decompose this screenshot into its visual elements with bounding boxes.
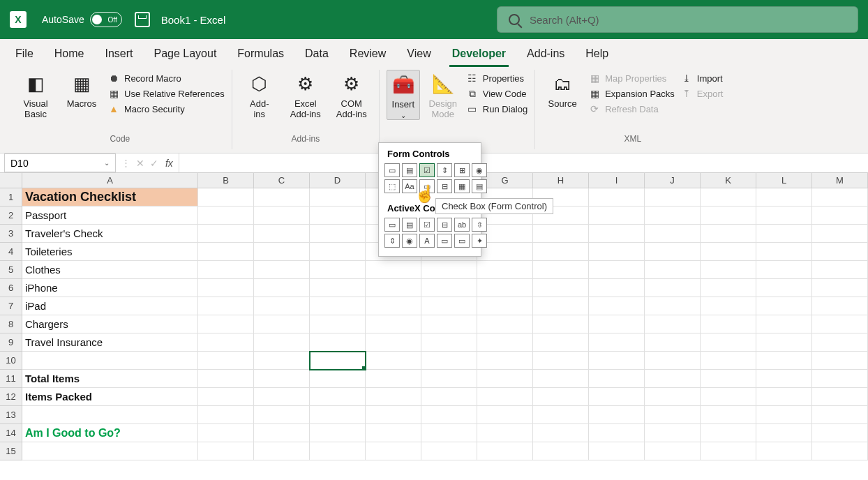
- form-control-4[interactable]: ⊞: [454, 163, 470, 177]
- cell-A7[interactable]: iPad: [22, 297, 198, 315]
- cell-L11[interactable]: [756, 370, 812, 388]
- cell-C13[interactable]: [254, 406, 310, 424]
- cell-A14[interactable]: Am I Good to Go?: [22, 424, 198, 442]
- use-relative-refs-button[interactable]: ▦Use Relative References: [107, 88, 225, 99]
- cell-A8[interactable]: Chargers: [22, 315, 198, 333]
- cell-M14[interactable]: [812, 424, 868, 442]
- cell-B15[interactable]: [198, 442, 254, 460]
- cell-I1[interactable]: [589, 188, 645, 207]
- form-control-8[interactable]: ▭: [419, 179, 435, 193]
- cell-H7[interactable]: [533, 297, 589, 315]
- macros-button[interactable]: ▦ Macros: [61, 70, 102, 110]
- autosave-toggle[interactable]: Off: [90, 12, 122, 27]
- activex-control-5[interactable]: ⇳: [472, 218, 487, 232]
- search-box[interactable]: Search (Alt+Q): [497, 6, 858, 33]
- cell-F15[interactable]: [421, 442, 477, 460]
- cell-F13[interactable]: [421, 406, 477, 424]
- cell-C7[interactable]: [254, 297, 310, 315]
- cell-L1[interactable]: [756, 188, 812, 207]
- cell-B3[interactable]: [198, 225, 254, 243]
- cell-D2[interactable]: [310, 207, 366, 225]
- cell-M8[interactable]: [812, 315, 868, 333]
- cell-G8[interactable]: [477, 315, 533, 333]
- row-header-9[interactable]: 9: [0, 333, 22, 352]
- cell-K5[interactable]: [701, 261, 756, 279]
- cell-G7[interactable]: [477, 297, 533, 315]
- cell-G5[interactable]: [477, 261, 533, 279]
- cell-A1[interactable]: Vacation Checklist: [22, 188, 198, 207]
- cell-L14[interactable]: [756, 424, 812, 442]
- row-header-4[interactable]: 4: [0, 243, 22, 261]
- cell-I15[interactable]: [589, 442, 645, 460]
- form-control-2[interactable]: ☑: [419, 163, 435, 177]
- cell-C3[interactable]: [254, 225, 310, 243]
- row-header-8[interactable]: 8: [0, 315, 22, 333]
- cell-K11[interactable]: [701, 370, 756, 388]
- cell-L2[interactable]: [756, 207, 812, 225]
- cell-M7[interactable]: [812, 297, 868, 315]
- cell-C15[interactable]: [254, 442, 310, 460]
- cell-C8[interactable]: [254, 315, 310, 333]
- cell-L12[interactable]: [756, 388, 812, 406]
- cell-D13[interactable]: [310, 406, 366, 424]
- row-header-10[interactable]: 10: [0, 352, 22, 370]
- cell-G9[interactable]: [477, 333, 533, 352]
- activex-control-11[interactable]: ✦: [472, 234, 487, 248]
- cell-A4[interactable]: Toileteries: [22, 243, 198, 261]
- cell-M15[interactable]: [812, 442, 868, 460]
- cell-A6[interactable]: iPhone: [22, 279, 198, 297]
- cell-H4[interactable]: [533, 243, 589, 261]
- cell-I3[interactable]: [589, 225, 645, 243]
- cell-A3[interactable]: Traveler's Check: [22, 225, 198, 243]
- cell-J13[interactable]: [645, 406, 701, 424]
- cell-H11[interactable]: [533, 370, 589, 388]
- cell-A9[interactable]: Travel Insurance: [22, 333, 198, 352]
- excel-addins-button[interactable]: ⚙Excel Add-ins: [285, 70, 326, 120]
- fx-icon[interactable]: fx: [165, 158, 173, 169]
- cell-A5[interactable]: Clothes: [22, 261, 198, 279]
- cell-F7[interactable]: [421, 297, 477, 315]
- cell-M10[interactable]: [812, 352, 868, 370]
- cell-C1[interactable]: [254, 188, 310, 207]
- cell-E12[interactable]: [366, 388, 421, 406]
- cell-H15[interactable]: [533, 442, 589, 460]
- form-control-11[interactable]: ▤: [472, 179, 487, 193]
- insert-control-button[interactable]: 🧰Insert⌄: [387, 70, 420, 120]
- cell-M13[interactable]: [812, 406, 868, 424]
- cell-B8[interactable]: [198, 315, 254, 333]
- cell-G14[interactable]: [477, 424, 533, 442]
- row-header-7[interactable]: 7: [0, 297, 22, 315]
- cell-F5[interactable]: [421, 261, 477, 279]
- addins-button[interactable]: ⬡Add- ins: [239, 70, 280, 120]
- cell-E8[interactable]: [366, 315, 421, 333]
- row-header-13[interactable]: 13: [0, 406, 22, 424]
- cell-F8[interactable]: [421, 315, 477, 333]
- view-code-button[interactable]: ⧉View Code: [466, 88, 527, 99]
- cell-J12[interactable]: [645, 388, 701, 406]
- row-header-3[interactable]: 3: [0, 225, 22, 243]
- cell-H6[interactable]: [533, 279, 589, 297]
- cell-L13[interactable]: [756, 406, 812, 424]
- cell-E5[interactable]: [366, 261, 421, 279]
- cell-I12[interactable]: [589, 388, 645, 406]
- activex-control-2[interactable]: ☑: [419, 218, 435, 232]
- cell-E10[interactable]: [366, 352, 421, 370]
- tab-help[interactable]: Help: [583, 43, 611, 67]
- cell-B1[interactable]: [198, 188, 254, 207]
- form-control-6[interactable]: ⬚: [384, 179, 400, 193]
- cell-L9[interactable]: [756, 333, 812, 352]
- cell-L4[interactable]: [756, 243, 812, 261]
- cell-C12[interactable]: [254, 388, 310, 406]
- cell-F10[interactable]: [421, 352, 477, 370]
- cell-D5[interactable]: [310, 261, 366, 279]
- cell-L7[interactable]: [756, 297, 812, 315]
- cell-C2[interactable]: [254, 207, 310, 225]
- properties-button[interactable]: ☷Properties: [466, 73, 527, 84]
- cell-F14[interactable]: [421, 424, 477, 442]
- cell-M9[interactable]: [812, 333, 868, 352]
- cell-B14[interactable]: [198, 424, 254, 442]
- cell-L3[interactable]: [756, 225, 812, 243]
- column-header-J[interactable]: J: [645, 173, 701, 188]
- cell-M11[interactable]: [812, 370, 868, 388]
- refresh-data-button[interactable]: ⟳Refresh Data: [588, 103, 675, 114]
